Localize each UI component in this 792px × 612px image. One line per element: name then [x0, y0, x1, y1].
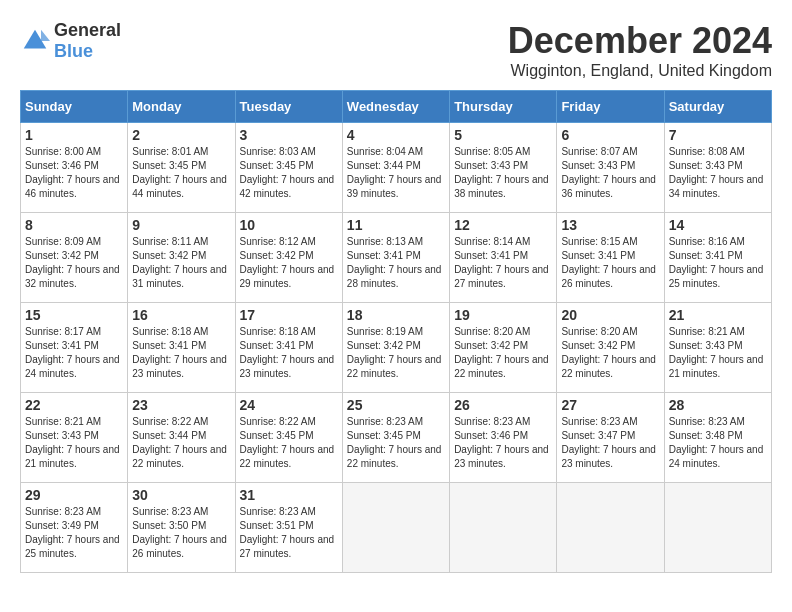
table-row: [450, 483, 557, 573]
table-row: 1 Sunrise: 8:00 AMSunset: 3:46 PMDayligh…: [21, 123, 128, 213]
day-number: 31: [240, 487, 338, 503]
location-title: Wigginton, England, United Kingdom: [508, 62, 772, 80]
cell-content: Sunrise: 8:19 AMSunset: 3:42 PMDaylight:…: [347, 325, 445, 381]
day-number: 24: [240, 397, 338, 413]
cell-content: Sunrise: 8:04 AMSunset: 3:44 PMDaylight:…: [347, 145, 445, 201]
cell-content: Sunrise: 8:23 AMSunset: 3:45 PMDaylight:…: [347, 415, 445, 471]
month-title: December 2024: [508, 20, 772, 62]
col-sunday: Sunday: [21, 91, 128, 123]
cell-content: Sunrise: 8:09 AMSunset: 3:42 PMDaylight:…: [25, 235, 123, 291]
cell-content: Sunrise: 8:14 AMSunset: 3:41 PMDaylight:…: [454, 235, 552, 291]
col-friday: Friday: [557, 91, 664, 123]
calendar-week-row: 15 Sunrise: 8:17 AMSunset: 3:41 PMDaylig…: [21, 303, 772, 393]
day-number: 20: [561, 307, 659, 323]
table-row: [664, 483, 771, 573]
day-number: 18: [347, 307, 445, 323]
table-row: 18 Sunrise: 8:19 AMSunset: 3:42 PMDaylig…: [342, 303, 449, 393]
day-number: 2: [132, 127, 230, 143]
table-row: 5 Sunrise: 8:05 AMSunset: 3:43 PMDayligh…: [450, 123, 557, 213]
cell-content: Sunrise: 8:20 AMSunset: 3:42 PMDaylight:…: [561, 325, 659, 381]
header: General Blue December 2024 Wigginton, En…: [20, 20, 772, 80]
cell-content: Sunrise: 8:23 AMSunset: 3:46 PMDaylight:…: [454, 415, 552, 471]
cell-content: Sunrise: 8:23 AMSunset: 3:47 PMDaylight:…: [561, 415, 659, 471]
calendar-table: Sunday Monday Tuesday Wednesday Thursday…: [20, 90, 772, 573]
cell-content: Sunrise: 8:20 AMSunset: 3:42 PMDaylight:…: [454, 325, 552, 381]
day-number: 4: [347, 127, 445, 143]
day-number: 21: [669, 307, 767, 323]
table-row: 14 Sunrise: 8:16 AMSunset: 3:41 PMDaylig…: [664, 213, 771, 303]
cell-content: Sunrise: 8:18 AMSunset: 3:41 PMDaylight:…: [132, 325, 230, 381]
table-row: 29 Sunrise: 8:23 AMSunset: 3:49 PMDaylig…: [21, 483, 128, 573]
cell-content: Sunrise: 8:23 AMSunset: 3:48 PMDaylight:…: [669, 415, 767, 471]
cell-content: Sunrise: 8:13 AMSunset: 3:41 PMDaylight:…: [347, 235, 445, 291]
table-row: 16 Sunrise: 8:18 AMSunset: 3:41 PMDaylig…: [128, 303, 235, 393]
cell-content: Sunrise: 8:21 AMSunset: 3:43 PMDaylight:…: [25, 415, 123, 471]
cell-content: Sunrise: 8:07 AMSunset: 3:43 PMDaylight:…: [561, 145, 659, 201]
calendar-header-row: Sunday Monday Tuesday Wednesday Thursday…: [21, 91, 772, 123]
day-number: 9: [132, 217, 230, 233]
table-row: 23 Sunrise: 8:22 AMSunset: 3:44 PMDaylig…: [128, 393, 235, 483]
day-number: 29: [25, 487, 123, 503]
day-number: 3: [240, 127, 338, 143]
col-wednesday: Wednesday: [342, 91, 449, 123]
day-number: 22: [25, 397, 123, 413]
day-number: 15: [25, 307, 123, 323]
logo-blue: Blue: [54, 41, 93, 61]
day-number: 8: [25, 217, 123, 233]
day-number: 13: [561, 217, 659, 233]
table-row: 21 Sunrise: 8:21 AMSunset: 3:43 PMDaylig…: [664, 303, 771, 393]
col-tuesday: Tuesday: [235, 91, 342, 123]
col-monday: Monday: [128, 91, 235, 123]
table-row: 4 Sunrise: 8:04 AMSunset: 3:44 PMDayligh…: [342, 123, 449, 213]
table-row: 25 Sunrise: 8:23 AMSunset: 3:45 PMDaylig…: [342, 393, 449, 483]
day-number: 7: [669, 127, 767, 143]
day-number: 30: [132, 487, 230, 503]
day-number: 16: [132, 307, 230, 323]
table-row: 7 Sunrise: 8:08 AMSunset: 3:43 PMDayligh…: [664, 123, 771, 213]
day-number: 17: [240, 307, 338, 323]
cell-content: Sunrise: 8:18 AMSunset: 3:41 PMDaylight:…: [240, 325, 338, 381]
day-number: 5: [454, 127, 552, 143]
table-row: 20 Sunrise: 8:20 AMSunset: 3:42 PMDaylig…: [557, 303, 664, 393]
table-row: 17 Sunrise: 8:18 AMSunset: 3:41 PMDaylig…: [235, 303, 342, 393]
cell-content: Sunrise: 8:22 AMSunset: 3:44 PMDaylight:…: [132, 415, 230, 471]
table-row: 6 Sunrise: 8:07 AMSunset: 3:43 PMDayligh…: [557, 123, 664, 213]
col-saturday: Saturday: [664, 91, 771, 123]
cell-content: Sunrise: 8:08 AMSunset: 3:43 PMDaylight:…: [669, 145, 767, 201]
table-row: 30 Sunrise: 8:23 AMSunset: 3:50 PMDaylig…: [128, 483, 235, 573]
cell-content: Sunrise: 8:00 AMSunset: 3:46 PMDaylight:…: [25, 145, 123, 201]
logo: General Blue: [20, 20, 121, 62]
table-row: 10 Sunrise: 8:12 AMSunset: 3:42 PMDaylig…: [235, 213, 342, 303]
table-row: 9 Sunrise: 8:11 AMSunset: 3:42 PMDayligh…: [128, 213, 235, 303]
day-number: 12: [454, 217, 552, 233]
cell-content: Sunrise: 8:23 AMSunset: 3:50 PMDaylight:…: [132, 505, 230, 561]
calendar-week-row: 8 Sunrise: 8:09 AMSunset: 3:42 PMDayligh…: [21, 213, 772, 303]
table-row: 28 Sunrise: 8:23 AMSunset: 3:48 PMDaylig…: [664, 393, 771, 483]
table-row: 19 Sunrise: 8:20 AMSunset: 3:42 PMDaylig…: [450, 303, 557, 393]
cell-content: Sunrise: 8:23 AMSunset: 3:49 PMDaylight:…: [25, 505, 123, 561]
table-row: [342, 483, 449, 573]
cell-content: Sunrise: 8:21 AMSunset: 3:43 PMDaylight:…: [669, 325, 767, 381]
cell-content: Sunrise: 8:22 AMSunset: 3:45 PMDaylight:…: [240, 415, 338, 471]
cell-content: Sunrise: 8:03 AMSunset: 3:45 PMDaylight:…: [240, 145, 338, 201]
day-number: 6: [561, 127, 659, 143]
table-row: 31 Sunrise: 8:23 AMSunset: 3:51 PMDaylig…: [235, 483, 342, 573]
svg-marker-1: [41, 30, 50, 41]
table-row: 8 Sunrise: 8:09 AMSunset: 3:42 PMDayligh…: [21, 213, 128, 303]
table-row: 11 Sunrise: 8:13 AMSunset: 3:41 PMDaylig…: [342, 213, 449, 303]
table-row: 22 Sunrise: 8:21 AMSunset: 3:43 PMDaylig…: [21, 393, 128, 483]
table-row: 27 Sunrise: 8:23 AMSunset: 3:47 PMDaylig…: [557, 393, 664, 483]
table-row: 2 Sunrise: 8:01 AMSunset: 3:45 PMDayligh…: [128, 123, 235, 213]
day-number: 11: [347, 217, 445, 233]
cell-content: Sunrise: 8:23 AMSunset: 3:51 PMDaylight:…: [240, 505, 338, 561]
day-number: 1: [25, 127, 123, 143]
title-area: December 2024 Wigginton, England, United…: [508, 20, 772, 80]
day-number: 23: [132, 397, 230, 413]
table-row: 26 Sunrise: 8:23 AMSunset: 3:46 PMDaylig…: [450, 393, 557, 483]
calendar-week-row: 1 Sunrise: 8:00 AMSunset: 3:46 PMDayligh…: [21, 123, 772, 213]
day-number: 19: [454, 307, 552, 323]
cell-content: Sunrise: 8:16 AMSunset: 3:41 PMDaylight:…: [669, 235, 767, 291]
logo-icon: [20, 26, 50, 56]
day-number: 25: [347, 397, 445, 413]
day-number: 28: [669, 397, 767, 413]
